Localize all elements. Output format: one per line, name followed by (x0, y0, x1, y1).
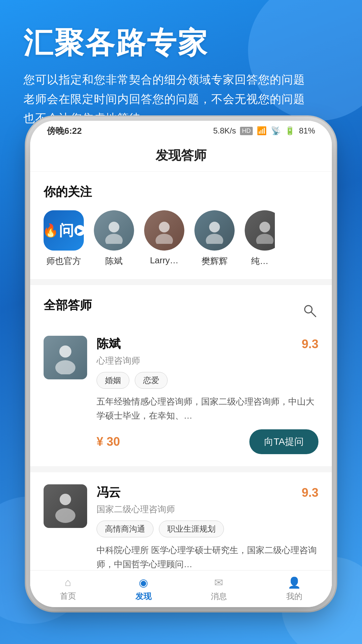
chenbin-tag-1: 婚姻 (97, 372, 129, 389)
fanhuihui-following-name: 樊辉辉 (201, 255, 228, 267)
chenbin-avatar-img (94, 210, 134, 251)
chenbin-ask-button[interactable]: 向TA提问 (249, 429, 318, 454)
all-teachers-section: 全部答师 (30, 285, 332, 324)
chenbin-footer: ¥ 30 向TA提问 (97, 429, 318, 454)
fengyun-desc: 中科院心理所 医学心理学硕士研究生，国家二级心理咨询师，中国哲学心理顾问… (97, 543, 318, 571)
page-title: 汇聚各路专家 (23, 27, 339, 59)
app-header: 发现答师 (30, 141, 332, 172)
all-teachers-header: 全部答师 (44, 297, 318, 324)
teacher-card-inner: 陈斌 9.3 心理咨询师 婚姻 恋爱 五年经验情感心理咨询师，国家二级心理咨询师… (44, 336, 318, 454)
page-subtitle: 您可以指定和您非常契合的细分领域专家回答您的问题 老师会在限定时间内回答您的问题… (23, 70, 339, 128)
svg-point-7 (256, 234, 274, 244)
nav-label-messages: 消息 (211, 591, 227, 602)
following-item-chenbin[interactable]: 陈斌 (94, 210, 134, 267)
chenbin-info: 陈斌 9.3 心理咨询师 婚姻 恋爱 五年经验情感心理咨询师，国家二级心理咨询师… (97, 336, 318, 454)
partial-following-name: 纯… (251, 255, 268, 267)
nav-label-discover: 发现 (135, 591, 152, 602)
chenbin-avatar (44, 336, 87, 379)
chenbin-rating: 9.3 (302, 337, 318, 351)
subtitle-line1: 您可以指定和您非常契合的细分领域专家回答您的问题 (23, 73, 305, 86)
nav-item-discover[interactable]: ◉ 发现 (106, 576, 181, 602)
larry-following-name: Larry… (150, 255, 178, 266)
fengyun-name: 冯云 (97, 484, 121, 501)
svg-point-5 (206, 234, 223, 244)
chenbin-desc: 五年经验情感心理咨询师，国家二级心理咨询师，中山大学硕士毕业，在幸知、… (97, 395, 318, 423)
status-bar: 傍晚6:22 5.8K/s HD 📶 📡 🔋 81% (30, 121, 332, 141)
svg-point-13 (55, 508, 75, 523)
network-speed: 5.8K/s (213, 126, 236, 136)
wifi-icon: 📡 (271, 126, 281, 136)
chenbin-name: 陈斌 (97, 336, 121, 352)
battery-percent: 81% (299, 126, 315, 136)
nav-item-messages[interactable]: ✉ 消息 (181, 576, 256, 602)
nav-item-home[interactable]: ⌂ 首页 (30, 576, 106, 601)
fengyun-avatar (44, 484, 87, 528)
status-time: 傍晚6:22 (47, 125, 82, 137)
svg-line-9 (311, 312, 316, 317)
app-title: 发现答师 (156, 148, 206, 162)
fengyun-header-row: 冯云 9.3 (97, 484, 318, 501)
chenbin-following-name: 陈斌 (105, 255, 123, 267)
hd-badge: HD (240, 127, 253, 135)
official-name: 师也官方 (46, 255, 81, 267)
following-item-partial[interactable]: 纯… (245, 210, 275, 267)
official-inner: 🔥 问 ▶ (44, 210, 84, 251)
partial-avatar-img (245, 210, 275, 251)
chenbin-title: 心理咨询师 (97, 355, 318, 367)
svg-point-4 (209, 222, 220, 232)
nav-item-profile[interactable]: 👤 我的 (256, 576, 332, 602)
svg-point-2 (159, 222, 170, 232)
profile-icon: 👤 (288, 576, 301, 589)
svg-point-11 (55, 360, 75, 374)
fengyun-tag-1: 高情商沟通 (97, 521, 154, 537)
svg-point-1 (105, 234, 123, 244)
fanhuihui-following-avatar (194, 210, 235, 251)
svg-point-3 (156, 234, 173, 244)
chenbin-following-avatar (94, 210, 134, 251)
messages-icon: ✉ (214, 576, 223, 589)
svg-point-0 (109, 222, 119, 232)
following-item-official[interactable]: 🔥 问 ▶ 师也官方 (44, 210, 84, 267)
fengyun-tag-2: 职业生涯规划 (159, 521, 224, 537)
home-icon: ⌂ (65, 576, 71, 589)
official-avatar: 🔥 问 ▶ (44, 210, 84, 251)
chenbin-tags: 婚姻 恋爱 (97, 372, 318, 389)
chenbin-price: ¥ 30 (97, 435, 120, 449)
all-teachers-title: 全部答师 (44, 297, 92, 314)
larry-following-avatar (144, 210, 184, 251)
nav-label-profile: 我的 (286, 591, 302, 602)
subtitle-line2: 老师会在限定时间内回答您的问题，不会无视您的问题 (23, 93, 305, 105)
following-item-larry[interactable]: Larry… (144, 210, 184, 267)
bottom-nav: ⌂ 首页 ◉ 发现 ✉ 消息 👤 我的 (30, 570, 332, 607)
following-row: 🔥 问 ▶ 师也官方 (44, 210, 318, 267)
chenbin-tag-2: 恋爱 (135, 372, 168, 389)
following-title: 你的关注 (44, 184, 318, 200)
fengyun-tags: 高情商沟通 职业生涯规划 (97, 521, 318, 537)
teacher-card-chenbin[interactable]: 陈斌 9.3 心理咨询师 婚姻 恋爱 五年经验情感心理咨询师，国家二级心理咨询师… (30, 324, 332, 466)
search-button[interactable] (301, 302, 318, 319)
svg-point-12 (60, 494, 71, 505)
page-header: 汇聚各路专家 您可以指定和您非常契合的细分领域专家回答您的问题 老师会在限定时间… (0, 0, 362, 138)
fengyun-title: 国家二级心理咨询师 (97, 503, 318, 515)
fengyun-rating: 9.3 (302, 486, 318, 500)
status-right: 5.8K/s HD 📶 📡 🔋 81% (213, 126, 315, 136)
phone-content: 你的关注 🔥 问 ▶ 师也官方 (30, 172, 332, 588)
battery-icon: 🔋 (285, 126, 295, 136)
fanhuihui-avatar-img (194, 210, 235, 251)
signal-icon: 📶 (257, 126, 267, 136)
discover-icon: ◉ (139, 576, 148, 589)
svg-point-10 (59, 345, 71, 358)
following-item-fanhuihui[interactable]: 樊辉辉 (194, 210, 235, 267)
search-icon (302, 303, 317, 318)
chenbin-header-row: 陈斌 9.3 (97, 336, 318, 352)
following-section: 你的关注 🔥 问 ▶ 师也官方 (30, 172, 332, 279)
svg-point-6 (259, 222, 270, 232)
larry-avatar-img (144, 210, 184, 251)
phone-mockup: 傍晚6:22 5.8K/s HD 📶 📡 🔋 81% 发现答师 你的关注 (30, 121, 332, 607)
nav-label-home: 首页 (60, 591, 76, 601)
